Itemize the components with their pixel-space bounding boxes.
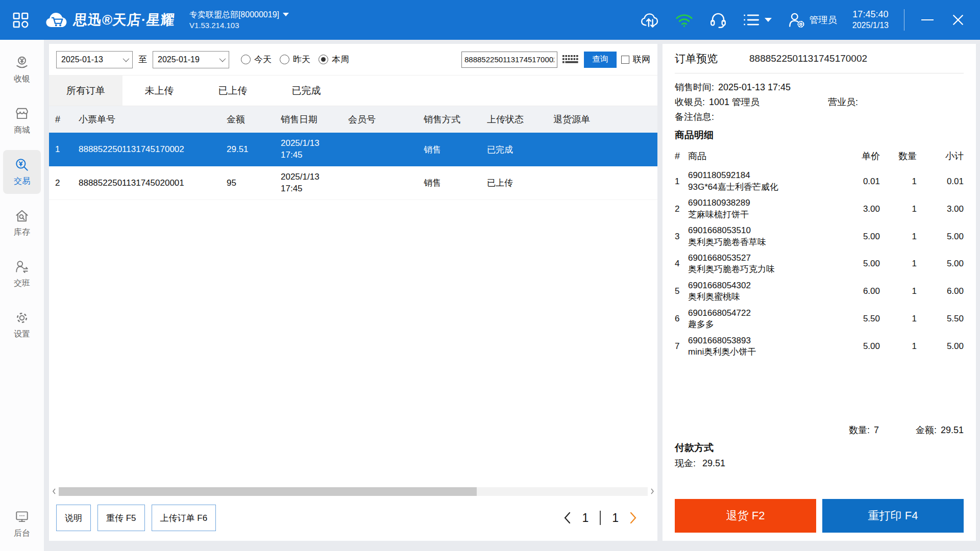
next-page-icon[interactable] (630, 512, 637, 524)
sidebar-item-mall[interactable]: 商城 (3, 99, 41, 143)
item-name: 奥利奥巧脆卷香草味 (688, 237, 766, 247)
brand-title: 思迅®天店·星耀 (72, 11, 176, 29)
date-from-value: 2025-01-13 (61, 55, 103, 64)
cloud-cart-logo-icon (44, 10, 69, 30)
menu-list-icon[interactable] (743, 13, 772, 27)
refund-button[interactable]: 退货 F2 (675, 499, 816, 533)
app-logo: 思迅®天店·星耀 (44, 10, 175, 30)
item-name: mini奥利奥小饼干 (688, 347, 756, 357)
user-gear-icon (787, 12, 805, 28)
item-name: 奥利奥巧脆卷巧克力味 (688, 264, 775, 274)
headset-icon[interactable] (709, 12, 727, 29)
item-index: 7 (675, 341, 688, 352)
help-button[interactable]: 说明 (56, 505, 91, 531)
upload-orders-button[interactable]: 上传订单 F6 (152, 505, 216, 531)
payment-amount: 29.51 (702, 458, 725, 468)
tab-not-uploaded[interactable]: 未上传 (122, 76, 196, 106)
cashier-icon (14, 55, 30, 70)
sidebar-item-backend[interactable]: 后台 (3, 502, 41, 546)
orders-table-header: # 小票单号 金额 销售日期 会员号 销售方式 上传状态 退货源单 (49, 106, 657, 133)
list-item: 3 6901668053510奥利奥巧脆卷香草味 5.00 1 5.00 (675, 225, 964, 248)
online-checkbox-wrap[interactable]: 联网 (621, 54, 650, 65)
date-from-select[interactable]: 2025-01-13 (56, 51, 133, 68)
tab-all-orders[interactable]: 所有订单 (49, 76, 122, 106)
order-search-input[interactable] (461, 52, 557, 68)
item-code: 6901180592184 (688, 170, 750, 180)
radio-circle-icon (241, 55, 251, 64)
radio-yesterday[interactable]: 昨天 (280, 54, 310, 65)
sidebar-item-trade[interactable]: 交易 (3, 150, 41, 194)
wifi-icon[interactable] (675, 12, 694, 28)
shift-icon (14, 259, 30, 274)
order-index: 2 (55, 178, 79, 188)
prev-page-icon[interactable] (564, 512, 571, 524)
table-row[interactable]: 1 8888522501131745170002 29.51 2025/1/13… (49, 133, 657, 166)
scroll-right-arrow[interactable] (649, 488, 655, 494)
item-code: 6901180938289 (688, 198, 750, 208)
col-receipt-no: 小票单号 (79, 113, 227, 126)
total-pages: 1 (612, 511, 619, 525)
total-amount-value: 29.51 (941, 425, 964, 435)
sidebar-item-inventory[interactable]: 库存 (3, 201, 41, 245)
window-divider (904, 9, 904, 31)
apps-grid-icon[interactable] (9, 9, 32, 31)
date-to-value: 2025-01-19 (158, 55, 200, 64)
reprint-button[interactable]: 重打印 F4 (822, 499, 964, 533)
sidebar: 收银 商城 交易 库存 交班 (0, 40, 44, 551)
preview-info: 销售时间:2025-01-13 17:45 收银员:1001 管理员 营业员: … (675, 73, 964, 124)
col-amount: 金额 (227, 113, 281, 126)
item-subtotal: 3.00 (917, 204, 964, 214)
tab-uploaded[interactable]: 已上传 (196, 76, 270, 106)
sidebar-item-settings[interactable]: 设置 (3, 303, 41, 347)
sidebar-item-shift[interactable]: 交班 (3, 252, 41, 296)
list-item: 2 6901180938289芝麻味梳打饼干 3.00 1 3.00 (675, 197, 964, 220)
col-item-name: 商品 (688, 150, 839, 162)
payment-title: 付款方式 (675, 441, 964, 455)
tab-completed[interactable]: 已完成 (270, 76, 343, 106)
item-name: 93G*64嘉士利香芒威化 (688, 182, 778, 192)
col-sale-method: 销售方式 (424, 113, 487, 126)
monitor-icon (14, 509, 30, 524)
close-button[interactable] (950, 12, 966, 28)
item-price: 6.00 (839, 286, 880, 296)
scrollbar-track[interactable] (59, 487, 648, 496)
order-method: 销售 (424, 144, 487, 156)
date-to-select[interactable]: 2025-01-19 (153, 51, 229, 68)
items-table-header: # 商品 单价 数量 小计 (675, 150, 964, 162)
sidebar-item-cashier[interactable]: 收银 (3, 48, 41, 92)
col-subtotal: 小计 (917, 150, 964, 162)
total-qty-label: 数量: (849, 425, 870, 435)
orders-footer: 说明 重传 F5 上传订单 F6 1 1 (49, 498, 657, 541)
query-button[interactable]: 查询 (584, 52, 617, 68)
total-qty-value: 7 (874, 425, 879, 435)
keyboard-icon[interactable] (562, 54, 579, 65)
table-row[interactable]: 2 8888522501131745020001 95 2025/1/1317:… (49, 166, 657, 200)
store-selector[interactable]: 专卖联盟总部[80000019] V1.53.214.103 (189, 9, 289, 31)
list-item: 7 6901668053893mini奥利奥小饼干 5.00 1 5.00 (675, 335, 964, 358)
remark-label: 备注信息: (675, 112, 714, 122)
item-qty: 1 (880, 177, 917, 187)
radio-today[interactable]: 今天 (241, 54, 272, 65)
item-index: 6 (675, 314, 688, 324)
scroll-left-arrow[interactable] (51, 488, 57, 494)
scrollbar-thumb[interactable] (59, 487, 477, 496)
order-preview-panel: 订单预览 8888522501131745170002 销售时间:2025-01… (663, 44, 976, 541)
sale-time-value: 2025-01-13 17:45 (718, 82, 791, 92)
item-qty: 1 (880, 314, 917, 324)
item-price: 5.00 (839, 341, 880, 352)
sidebar-item-label: 交班 (14, 278, 30, 289)
date-range-to-label: 至 (138, 54, 147, 65)
cloud-sync-icon[interactable] (639, 12, 659, 29)
order-amount: 29.51 (227, 144, 281, 155)
item-subtotal: 6.00 (917, 286, 964, 296)
minimize-button[interactable] (920, 12, 935, 28)
online-checkbox[interactable] (621, 56, 629, 64)
radio-this-week[interactable]: 本周 (318, 54, 349, 65)
gear-icon (14, 310, 30, 325)
reupload-button[interactable]: 重传 F5 (97, 505, 145, 531)
order-method: 销售 (424, 177, 487, 189)
user-account[interactable]: 管理员 (787, 12, 837, 28)
col-return-source: 退货源单 (553, 113, 657, 126)
item-code: 6901668053893 (688, 336, 751, 345)
item-subtotal: 0.01 (917, 177, 964, 187)
